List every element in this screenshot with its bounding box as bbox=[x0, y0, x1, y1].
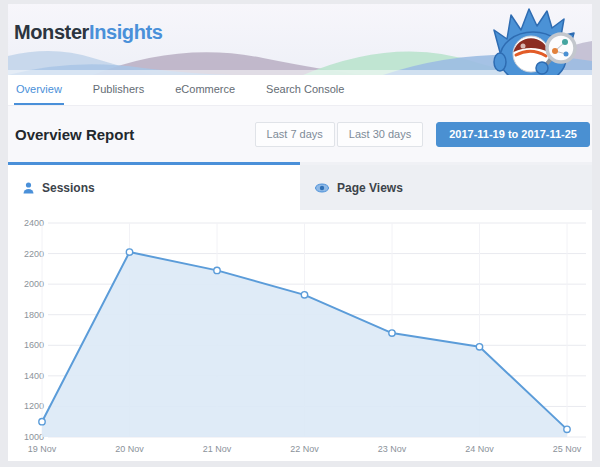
person-icon bbox=[23, 182, 34, 194]
y-tick-label: 1400 bbox=[24, 371, 44, 381]
logo-text-monster: Monster bbox=[14, 21, 89, 43]
metric-tabs: Sessions Page Views bbox=[8, 162, 592, 210]
eye-icon bbox=[315, 183, 329, 193]
y-tick-label: 1600 bbox=[24, 340, 44, 350]
chart-point-20-nov[interactable] bbox=[126, 249, 132, 255]
x-tick-label: 23 Nov bbox=[378, 444, 407, 454]
nav-item-search-console[interactable]: Search Console bbox=[264, 75, 346, 105]
nav-item-ecommerce[interactable]: eCommerce bbox=[173, 75, 237, 105]
date-range-controls: Last 7 days Last 30 days 2017-11-19 to 2… bbox=[253, 122, 590, 147]
main-nav: Overview Publishers eCommerce Search Con… bbox=[8, 75, 592, 105]
last-30-days-button[interactable]: Last 30 days bbox=[337, 122, 423, 147]
x-tick-label: 22 Nov bbox=[290, 444, 319, 454]
tab-label-page-views: Page Views bbox=[337, 181, 403, 195]
tab-sessions[interactable]: Sessions bbox=[8, 162, 300, 210]
y-tick-label: 2000 bbox=[24, 279, 44, 289]
chart-point-24-nov[interactable] bbox=[476, 344, 482, 350]
sessions-chart-panel: 1000120014001600180020002200240019 Nov20… bbox=[8, 210, 592, 460]
chart-point-19-nov[interactable] bbox=[39, 419, 45, 425]
nav-item-publishers[interactable]: Publishers bbox=[91, 75, 146, 105]
chart-point-25-nov[interactable] bbox=[564, 426, 570, 432]
y-tick-label: 1800 bbox=[24, 310, 44, 320]
chart-point-23-nov[interactable] bbox=[389, 330, 395, 336]
tab-page-views[interactable]: Page Views bbox=[300, 162, 592, 210]
nav-item-overview[interactable]: Overview bbox=[14, 75, 64, 105]
y-tick-label: 2400 bbox=[24, 218, 44, 228]
mascot-monster bbox=[489, 4, 584, 75]
y-tick-label: 2200 bbox=[24, 249, 44, 259]
chart-point-22-nov[interactable] bbox=[301, 292, 307, 298]
x-tick-label: 25 Nov bbox=[553, 444, 582, 454]
y-tick-label: 1200 bbox=[24, 401, 44, 411]
chart-point-21-nov[interactable] bbox=[214, 267, 220, 273]
header-banner: MonsterInsights bbox=[8, 4, 592, 75]
x-tick-label: 19 Nov bbox=[28, 444, 57, 454]
tab-label-sessions: Sessions bbox=[42, 181, 95, 195]
logo-text-insights: Insights bbox=[89, 21, 162, 43]
x-tick-label: 21 Nov bbox=[203, 444, 232, 454]
sessions-area-chart[interactable]: 1000120014001600180020002200240019 Nov20… bbox=[8, 210, 592, 460]
x-tick-label: 20 Nov bbox=[115, 444, 144, 454]
last-7-days-button[interactable]: Last 7 days bbox=[255, 122, 335, 147]
page-title: Overview Report bbox=[15, 126, 134, 143]
date-range-button[interactable]: 2017-11-19 to 2017-11-25 bbox=[436, 122, 590, 147]
report-header: Overview Report Last 7 days Last 30 days… bbox=[8, 105, 592, 162]
plugin-window: MonsterInsights Overview Publishers eCom… bbox=[8, 4, 592, 461]
logo: MonsterInsights bbox=[14, 21, 162, 44]
y-tick-label: 1000 bbox=[24, 432, 44, 442]
x-tick-label: 24 Nov bbox=[465, 444, 494, 454]
